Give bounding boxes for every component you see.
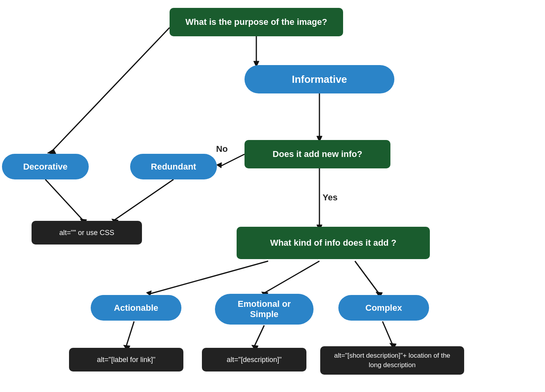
actionable-node: Actionable — [91, 295, 181, 321]
svg-line-10 — [45, 179, 83, 220]
yes-label: Yes — [323, 192, 338, 203]
what-kind-node: What kind of info does it add ? — [237, 227, 430, 259]
svg-line-2 — [51, 28, 170, 152]
flowchart-diagram: What is the purpose of the image? Inform… — [0, 0, 545, 392]
redundant-node: Redundant — [130, 154, 217, 179]
complex-node: Complex — [338, 295, 429, 321]
arrows-layer — [0, 0, 545, 392]
svg-line-6 — [220, 154, 245, 166]
decorative-node: Decorative — [2, 154, 89, 179]
informative-node: Informative — [245, 65, 394, 93]
svg-line-22 — [254, 325, 264, 346]
purpose-node: What is the purpose of the image? — [170, 8, 343, 36]
alt-desc-node: alt="[description]" — [202, 348, 306, 371]
svg-line-24 — [383, 321, 392, 344]
emotional-node: Emotional or Simple — [215, 294, 314, 325]
alt-short-node: alt="[short description]"+ location of t… — [320, 346, 464, 375]
alt-css-node: alt="" or use CSS — [32, 221, 142, 245]
svg-line-12 — [114, 179, 174, 220]
alt-label-node: alt="[label for link]" — [69, 348, 183, 371]
no-label: No — [216, 144, 228, 154]
svg-marker-7 — [217, 162, 222, 168]
svg-line-20 — [126, 321, 134, 346]
svg-line-16 — [264, 261, 319, 293]
does-it-add-node: Does it add new info? — [245, 140, 390, 168]
svg-line-18 — [355, 261, 379, 293]
svg-line-14 — [150, 261, 268, 294]
